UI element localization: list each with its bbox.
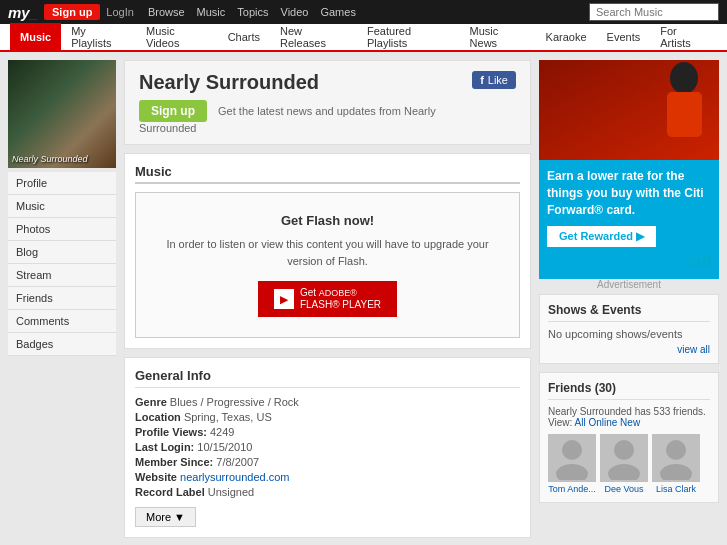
ad-text: Earn a lower rate for the things you buy… bbox=[547, 168, 711, 218]
music-panel: Music Get Flash now! In order to listen … bbox=[124, 153, 531, 349]
friend-avatar-icon-3 bbox=[656, 436, 696, 480]
friends-avatars: Tom Ande... Dee Vous bbox=[548, 434, 710, 494]
ad-person-image bbox=[629, 60, 719, 160]
artist-info: Nearly Surrounded Sign up Get the latest… bbox=[139, 71, 472, 134]
sidebar-nav: Profile Music Photos Blog Stream Friends… bbox=[8, 172, 116, 356]
sidebar-item-profile[interactable]: Profile bbox=[8, 172, 116, 195]
nav-music[interactable]: Music bbox=[197, 6, 226, 18]
svg-point-0 bbox=[670, 62, 698, 94]
last-login-value: 10/15/2010 bbox=[197, 441, 252, 453]
sidebar-item-photos[interactable]: Photos bbox=[8, 218, 116, 241]
website-link[interactable]: nearlysurrounded.com bbox=[180, 471, 289, 483]
friends-all-link[interactable]: All bbox=[575, 417, 586, 428]
subnav-for-artists[interactable]: For Artists bbox=[650, 23, 717, 51]
nav-topics[interactable]: Topics bbox=[237, 6, 268, 18]
nav-browse[interactable]: Browse bbox=[148, 6, 185, 18]
nav-games[interactable]: Games bbox=[320, 6, 355, 18]
subnav-karaoke[interactable]: Karaoke bbox=[536, 23, 597, 51]
flash-player-label: FLASH® PLAYER bbox=[300, 299, 381, 311]
subnav-music[interactable]: Music bbox=[10, 23, 61, 51]
flash-heading: Get Flash now! bbox=[156, 213, 499, 228]
facebook-icon: f bbox=[480, 74, 484, 86]
sidebar-item-badges[interactable]: Badges bbox=[8, 333, 116, 356]
subnav-featured-playlists[interactable]: Featured Playlists bbox=[357, 23, 460, 51]
general-info-panel: General Info Genre Blues / Progressive /… bbox=[124, 357, 531, 538]
friend-avatar-icon-2 bbox=[604, 436, 644, 480]
artist-follow-row: Sign up Get the latest news and updates … bbox=[139, 100, 472, 134]
citi-label: citi bbox=[688, 253, 711, 270]
flash-icon: ▶ bbox=[274, 289, 294, 309]
svg-point-3 bbox=[562, 440, 582, 460]
profile-views-label: Profile Views: bbox=[135, 426, 207, 438]
subnav-new-releases[interactable]: New Releases bbox=[270, 23, 357, 51]
friend-avatar-3 bbox=[652, 434, 700, 482]
info-last-login: Last Login: 10/15/2010 bbox=[135, 441, 520, 453]
get-rewarded-button[interactable]: Get Rewarded ▶ bbox=[547, 226, 656, 247]
friend-avatar-icon-1 bbox=[552, 436, 592, 480]
genre-value: Blues / Progressive / Rock bbox=[170, 396, 299, 408]
subnav-music-videos[interactable]: Music Videos bbox=[136, 23, 218, 51]
friends-online-link[interactable]: Online bbox=[588, 417, 617, 428]
genre-label: Genre bbox=[135, 396, 167, 408]
logo: my_ bbox=[8, 4, 38, 21]
subnav-music-news[interactable]: Music News bbox=[460, 23, 536, 51]
music-section-header: Music bbox=[135, 164, 520, 184]
friends-new-link[interactable]: New bbox=[620, 417, 640, 428]
search-input[interactable] bbox=[589, 3, 719, 21]
sub-navigation: Music My Playlists Music Videos Charts N… bbox=[0, 24, 727, 52]
sidebar-item-comments[interactable]: Comments bbox=[8, 310, 116, 333]
adobe-label: ADOBE® bbox=[319, 288, 357, 298]
subnav-charts[interactable]: Charts bbox=[218, 23, 270, 51]
svg-point-6 bbox=[608, 464, 640, 480]
svg-point-4 bbox=[556, 464, 588, 480]
like-button[interactable]: f Like bbox=[472, 71, 516, 89]
info-website: Website nearlysurrounded.com bbox=[135, 471, 520, 483]
friend-item-2: Dee Vous bbox=[600, 434, 648, 494]
info-location: Location Spring, Texas, US bbox=[135, 411, 520, 423]
friends-view-label: View: bbox=[548, 417, 572, 428]
flash-notice: Get Flash now! In order to listen or vie… bbox=[135, 192, 520, 338]
member-since-value: 7/8/2007 bbox=[216, 456, 259, 468]
top-login-link[interactable]: LogIn bbox=[106, 6, 134, 18]
ad-text-box: Earn a lower rate for the things you buy… bbox=[539, 160, 719, 279]
right-sidebar: Earn a lower rate for the things you buy… bbox=[539, 60, 719, 545]
friends-count-text: Nearly Surrounded has 533 friends. bbox=[548, 406, 706, 417]
member-since-label: Member Since: bbox=[135, 456, 213, 468]
nav-video[interactable]: Video bbox=[281, 6, 309, 18]
friend-avatar-2 bbox=[600, 434, 648, 482]
more-button[interactable]: More ▼ bbox=[135, 507, 196, 527]
top-nav-links: Browse Music Topics Video Games bbox=[148, 6, 356, 18]
top-signup-button[interactable]: Sign up bbox=[44, 4, 100, 20]
artist-header: Nearly Surrounded Sign up Get the latest… bbox=[124, 60, 531, 145]
friends-header: Friends (30) bbox=[548, 381, 710, 400]
friend-name-2[interactable]: Dee Vous bbox=[600, 484, 648, 494]
left-sidebar: Nearly Surrounded Profile Music Photos B… bbox=[8, 60, 116, 545]
sidebar-item-blog[interactable]: Blog bbox=[8, 241, 116, 264]
artist-image: Nearly Surrounded bbox=[8, 60, 116, 168]
last-login-label: Last Login: bbox=[135, 441, 194, 453]
sidebar-item-music[interactable]: Music bbox=[8, 195, 116, 218]
location-label: Location bbox=[135, 411, 181, 423]
website-label: Website bbox=[135, 471, 177, 483]
sidebar-item-stream[interactable]: Stream bbox=[8, 264, 116, 287]
advertisement: Earn a lower rate for the things you buy… bbox=[539, 60, 719, 290]
location-value: Spring, Texas, US bbox=[184, 411, 272, 423]
subnav-events[interactable]: Events bbox=[597, 23, 651, 51]
ad-label: Advertisement bbox=[539, 279, 719, 290]
view-all-link[interactable]: view all bbox=[548, 344, 710, 355]
friend-name-3[interactable]: Lisa Clark bbox=[652, 484, 700, 494]
get-flash-button[interactable]: ▶ Get ADOBE® FLASH® PLAYER bbox=[258, 281, 397, 317]
info-genre: Genre Blues / Progressive / Rock bbox=[135, 396, 520, 408]
citi-logo: citi bbox=[547, 253, 711, 271]
record-label-value: Unsigned bbox=[208, 486, 254, 498]
friend-item-3: Lisa Clark bbox=[652, 434, 700, 494]
shows-events-header: Shows & Events bbox=[548, 303, 710, 322]
artist-name: Nearly Surrounded bbox=[139, 71, 472, 94]
flash-get-label: Get ADOBE® bbox=[300, 287, 381, 299]
sidebar-item-friends[interactable]: Friends bbox=[8, 287, 116, 310]
like-section: f Like bbox=[472, 71, 516, 89]
friend-name-1[interactable]: Tom Ande... bbox=[548, 484, 596, 494]
artist-signup-button[interactable]: Sign up bbox=[139, 100, 207, 122]
subnav-my-playlists[interactable]: My Playlists bbox=[61, 23, 136, 51]
friend-avatar-1 bbox=[548, 434, 596, 482]
